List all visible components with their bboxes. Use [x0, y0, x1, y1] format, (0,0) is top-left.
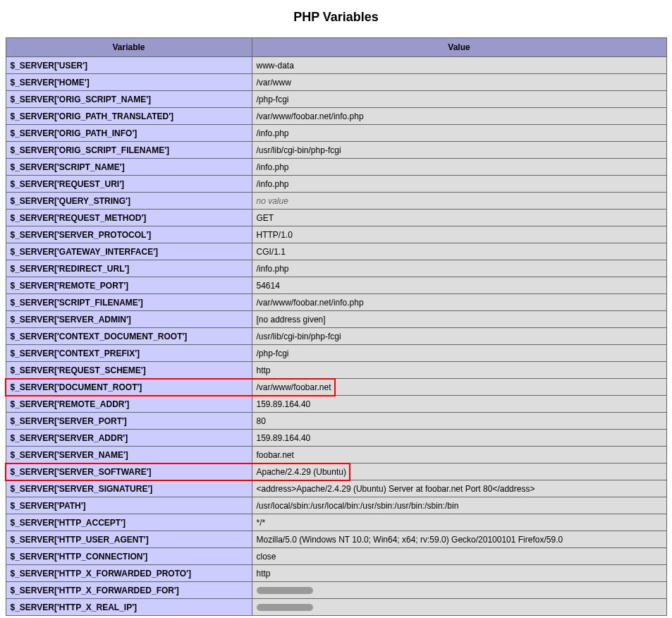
variable-value — [252, 582, 666, 599]
table-row: $_SERVER['HTTP_X_FORWARDED_PROTO']http — [6, 565, 666, 582]
table-row: $_SERVER['SERVER_ADMIN'][no address give… — [6, 311, 666, 328]
variable-value: Apache/2.4.29 (Ubuntu) — [252, 464, 666, 480]
variable-value: 54614 — [252, 277, 666, 294]
variable-name: $_SERVER['REQUEST_URI'] — [6, 176, 252, 193]
table-row: $_SERVER['HTTP_X_FORWARDED_FOR'] — [6, 582, 666, 599]
variable-name: $_SERVER['USER'] — [6, 57, 252, 74]
variable-value: 159.89.164.40 — [252, 430, 666, 447]
table-row: $_SERVER['HTTP_ACCEPT']*/* — [6, 514, 666, 531]
variable-name: $_SERVER['SERVER_ADDR'] — [6, 430, 252, 447]
variable-value: foobar.net — [252, 447, 666, 464]
table-row: $_SERVER['CONTEXT_PREFIX']/php-fcgi — [6, 345, 666, 362]
variable-name: $_SERVER['REQUEST_SCHEME'] — [6, 362, 252, 379]
variable-name: $_SERVER['HOME'] — [6, 74, 252, 91]
variable-value: <address>Apache/2.4.29 (Ubuntu) Server a… — [252, 480, 666, 497]
variable-name: $_SERVER['GATEWAY_INTERFACE'] — [6, 243, 252, 260]
variable-value: http — [252, 362, 666, 379]
table-row: $_SERVER['REQUEST_URI']/info.php — [6, 176, 666, 193]
variable-value: /var/www — [252, 74, 666, 91]
table-row: $_SERVER['SERVER_SIGNATURE']<address>Apa… — [6, 480, 666, 497]
variable-value: close — [252, 548, 666, 565]
variable-value: /usr/lib/cgi-bin/php-fcgi — [252, 328, 666, 345]
variable-name: $_SERVER['ORIG_PATH_INFO'] — [6, 125, 252, 142]
table-row: $_SERVER['ORIG_PATH_INFO']/info.php — [6, 125, 666, 142]
variable-name: $_SERVER['REQUEST_METHOD'] — [6, 210, 252, 226]
variable-value: no value — [252, 193, 666, 210]
table-row: $_SERVER['SERVER_NAME']foobar.net — [6, 447, 666, 464]
variable-value: /var/www/foobar.net/info.php — [252, 108, 666, 125]
variable-name: $_SERVER['SERVER_PROTOCOL'] — [6, 226, 252, 243]
variable-value: /php-fcgi — [252, 91, 666, 108]
variable-value: HTTP/1.0 — [252, 226, 666, 243]
variable-value — [252, 599, 666, 616]
variable-name: $_SERVER['SERVER_PORT'] — [6, 413, 252, 430]
variable-value: GET — [252, 210, 666, 226]
variable-value: Mozilla/5.0 (Windows NT 10.0; Win64; x64… — [252, 531, 666, 548]
variable-value: 159.89.164.40 — [252, 396, 666, 413]
variable-name: $_SERVER['HTTP_X_FORWARDED_FOR'] — [6, 582, 252, 599]
redacted-value — [257, 587, 313, 594]
table-row: $_SERVER['SCRIPT_FILENAME']/var/www/foob… — [6, 294, 666, 311]
variable-value: http — [252, 565, 666, 582]
redacted-value — [257, 604, 313, 611]
variable-name: $_SERVER['CONTEXT_DOCUMENT_ROOT'] — [6, 328, 252, 345]
table-row: $_SERVER['HTTP_CONNECTION']close — [6, 548, 666, 565]
variable-value: /usr/local/sbin:/usr/local/bin:/usr/sbin… — [252, 497, 666, 514]
table-row: $_SERVER['SERVER_PORT']80 — [6, 413, 666, 430]
variable-name: $_SERVER['HTTP_ACCEPT'] — [6, 514, 252, 531]
table-row: $_SERVER['REQUEST_METHOD']GET — [6, 210, 666, 226]
variable-value: /info.php — [252, 176, 666, 193]
variable-value: /var/www/foobar.net/info.php — [252, 294, 666, 311]
table-row: $_SERVER['SERVER_PROTOCOL']HTTP/1.0 — [6, 226, 666, 243]
variable-value: /usr/lib/cgi-bin/php-fcgi — [252, 142, 666, 159]
variable-value: /info.php — [252, 260, 666, 277]
table-row: $_SERVER['CONTEXT_DOCUMENT_ROOT']/usr/li… — [6, 328, 666, 345]
variable-name: $_SERVER['ORIG_PATH_TRANSLATED'] — [6, 108, 252, 125]
table-row: $_SERVER['SERVER_SOFTWARE']Apache/2.4.29… — [6, 464, 666, 480]
variable-name: $_SERVER['PATH'] — [6, 497, 252, 514]
table-row: $_SERVER['DOCUMENT_ROOT']/var/www/foobar… — [6, 379, 666, 396]
variable-name: $_SERVER['ORIG_SCRIPT_FILENAME'] — [6, 142, 252, 159]
table-row: $_SERVER['ORIG_SCRIPT_NAME']/php-fcgi — [6, 91, 666, 108]
table-row: $_SERVER['REDIRECT_URL']/info.php — [6, 260, 666, 277]
table-row: $_SERVER['SERVER_ADDR']159.89.164.40 — [6, 430, 666, 447]
variable-value: /info.php — [252, 159, 666, 176]
variable-name: $_SERVER['ORIG_SCRIPT_NAME'] — [6, 91, 252, 108]
variable-name: $_SERVER['REMOTE_ADDR'] — [6, 396, 252, 413]
variable-name: $_SERVER['SERVER_NAME'] — [6, 447, 252, 464]
variable-value: */* — [252, 514, 666, 531]
variable-value: /php-fcgi — [252, 345, 666, 362]
table-row: $_SERVER['QUERY_STRING']no value — [6, 193, 666, 210]
table-row: $_SERVER['PATH']/usr/local/sbin:/usr/loc… — [6, 497, 666, 514]
table-row: $_SERVER['HOME']/var/www — [6, 74, 666, 91]
column-header-value: Value — [252, 38, 666, 57]
table-row: $_SERVER['REMOTE_ADDR']159.89.164.40 — [6, 396, 666, 413]
variable-name: $_SERVER['SCRIPT_NAME'] — [6, 159, 252, 176]
variable-name: $_SERVER['HTTP_USER_AGENT'] — [6, 531, 252, 548]
variable-name: $_SERVER['HTTP_X_FORWARDED_PROTO'] — [6, 565, 252, 582]
table-row: $_SERVER['ORIG_SCRIPT_FILENAME']/usr/lib… — [6, 142, 666, 159]
page-title: PHP Variables — [6, 10, 667, 25]
table-row: $_SERVER['HTTP_USER_AGENT']Mozilla/5.0 (… — [6, 531, 666, 548]
table-row: $_SERVER['REMOTE_PORT']54614 — [6, 277, 666, 294]
variable-value: CGI/1.1 — [252, 243, 666, 260]
variable-name: $_SERVER['REDIRECT_URL'] — [6, 260, 252, 277]
column-header-variable: Variable — [6, 38, 252, 57]
variable-name: $_SERVER['DOCUMENT_ROOT'] — [6, 379, 252, 396]
table-row: $_SERVER['SCRIPT_NAME']/info.php — [6, 159, 666, 176]
variable-value: [no address given] — [252, 311, 666, 328]
variable-name: $_SERVER['HTTP_CONNECTION'] — [6, 548, 252, 565]
table-row: $_SERVER['ORIG_PATH_TRANSLATED']/var/www… — [6, 108, 666, 125]
no-value-text: no value — [257, 196, 288, 206]
table-row: $_SERVER['USER']www-data — [6, 57, 666, 74]
variable-name: $_SERVER['SERVER_ADMIN'] — [6, 311, 252, 328]
variable-name: $_SERVER['SCRIPT_FILENAME'] — [6, 294, 252, 311]
table-row: $_SERVER['GATEWAY_INTERFACE']CGI/1.1 — [6, 243, 666, 260]
variable-name: $_SERVER['HTTP_X_REAL_IP'] — [6, 599, 252, 616]
variable-name: $_SERVER['SERVER_SIGNATURE'] — [6, 480, 252, 497]
variable-value: /info.php — [252, 125, 666, 142]
variable-name: $_SERVER['SERVER_SOFTWARE'] — [6, 464, 252, 480]
php-variables-table: Variable Value $_SERVER['USER']www-data$… — [6, 37, 667, 616]
variable-name: $_SERVER['QUERY_STRING'] — [6, 193, 252, 210]
table-row: $_SERVER['HTTP_X_REAL_IP'] — [6, 599, 666, 616]
